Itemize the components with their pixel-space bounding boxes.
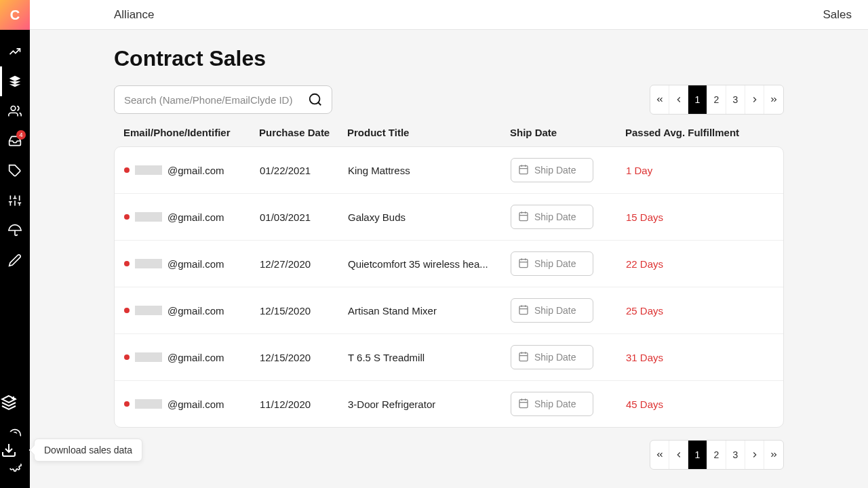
identifier-cell: @gmail.com — [124, 352, 260, 363]
sliders-icon[interactable] — [0, 186, 30, 216]
first-page-button[interactable] — [650, 85, 669, 114]
ship-date-placeholder: Ship Date — [534, 211, 576, 222]
umbrella-icon[interactable] — [0, 216, 30, 245]
pagination-top: 123 — [650, 85, 784, 115]
section-name: Sales — [823, 8, 852, 22]
page-2[interactable]: 2 — [707, 85, 726, 114]
product-title-cell: T 6.5 S Treadmill — [348, 352, 511, 363]
status-dot — [124, 354, 130, 360]
product-title-cell: Artisan Stand Mixer — [348, 305, 511, 317]
prev-page-button[interactable] — [669, 85, 688, 114]
calendar-icon — [518, 258, 529, 270]
app-logo[interactable]: C — [0, 0, 30, 30]
col-ship-date: Ship Date — [510, 127, 625, 138]
email-suffix: @gmail.com — [167, 399, 224, 410]
edit-icon[interactable] — [0, 245, 30, 275]
svg-rect-24 — [519, 212, 528, 220]
download-fab[interactable]: Download sales data — [0, 432, 27, 468]
col-purchase-date: Purchase Date — [259, 127, 347, 138]
users-icon[interactable] — [0, 96, 30, 126]
redacted-name — [135, 212, 162, 222]
page-1[interactable]: 1 — [688, 441, 707, 469]
email-suffix: @gmail.com — [167, 305, 224, 317]
svg-rect-40 — [519, 399, 528, 407]
ship-date-placeholder: Ship Date — [534, 352, 576, 363]
table-row: @gmail.com 12/27/2020 Quietcomfort 35 wi… — [115, 241, 783, 287]
product-title-cell: 3-Door Refrigerator — [348, 399, 511, 410]
email-suffix: @gmail.com — [167, 211, 224, 223]
ship-date-placeholder: Ship Date — [534, 165, 576, 176]
ship-date-placeholder: Ship Date — [534, 399, 576, 409]
calendar-icon — [518, 398, 529, 411]
product-title-cell: King Mattress — [348, 165, 511, 176]
col-product-title: Product Title — [347, 127, 510, 138]
svg-point-1 — [11, 106, 16, 111]
purchase-date-cell: 12/15/2020 — [260, 305, 348, 317]
redacted-name — [135, 352, 162, 362]
product-title-cell: Quietcomfort 35 wireless hea... — [348, 258, 511, 270]
fulfillment-cell: 45 Days — [626, 399, 748, 410]
identifier-cell: @gmail.com — [124, 305, 260, 317]
trending-icon[interactable] — [0, 37, 30, 66]
redacted-name — [135, 259, 162, 268]
last-page-button[interactable] — [764, 441, 783, 469]
col-identifier: Email/Phone/Identifier — [123, 127, 259, 138]
ship-date-button[interactable]: Ship Date — [511, 251, 593, 276]
email-suffix: @gmail.com — [167, 165, 224, 176]
email-suffix: @gmail.com — [167, 352, 224, 363]
calendar-icon — [518, 211, 529, 224]
purchase-date-cell: 11/12/2020 — [260, 399, 348, 410]
table-row: @gmail.com 01/22/2021 King Mattress Ship… — [115, 147, 783, 194]
last-page-button[interactable] — [764, 85, 783, 114]
fulfillment-cell: 22 Days — [626, 258, 748, 270]
ship-date-button[interactable]: Ship Date — [511, 205, 593, 229]
first-page-button[interactable] — [650, 441, 669, 469]
identifier-cell: @gmail.com — [124, 399, 260, 410]
svg-line-19 — [318, 102, 321, 105]
svg-rect-20 — [519, 165, 528, 174]
svg-marker-0 — [9, 76, 21, 81]
page-3[interactable]: 3 — [726, 85, 745, 114]
page-1[interactable]: 1 — [688, 85, 707, 114]
tag-icon[interactable] — [0, 156, 30, 186]
fulfillment-cell: 15 Days — [626, 211, 748, 223]
identifier-cell: @gmail.com — [124, 165, 260, 176]
prev-page-button[interactable] — [669, 441, 688, 469]
next-page-button[interactable] — [745, 85, 764, 114]
svg-rect-28 — [519, 259, 528, 267]
topbar: Alliance Sales — [30, 0, 868, 30]
fulfillment-cell: 31 Days — [626, 352, 748, 363]
search-box — [114, 85, 332, 114]
svg-point-18 — [310, 94, 320, 104]
calendar-icon — [518, 351, 529, 364]
next-page-button[interactable] — [745, 441, 764, 469]
layers-fab[interactable] — [0, 384, 27, 421]
status-dot — [124, 308, 130, 313]
purchase-date-cell: 01/03/2021 — [260, 211, 348, 223]
ship-date-button[interactable]: Ship Date — [511, 158, 593, 182]
identifier-cell: @gmail.com — [124, 258, 260, 270]
fulfillment-cell: 1 Day — [626, 165, 748, 176]
calendar-icon — [518, 304, 529, 317]
page-title: Contract Sales — [114, 46, 868, 71]
svg-rect-32 — [519, 306, 528, 314]
redacted-name — [135, 306, 162, 315]
redacted-name — [135, 165, 162, 175]
redacted-name — [135, 399, 162, 409]
email-suffix: @gmail.com — [167, 258, 224, 270]
ship-date-placeholder: Ship Date — [534, 258, 576, 269]
ship-date-button[interactable]: Ship Date — [511, 345, 593, 369]
page-3[interactable]: 3 — [726, 441, 745, 469]
layers-icon[interactable] — [0, 66, 30, 96]
inbox-icon[interactable]: 4 — [0, 126, 30, 156]
search-input[interactable] — [124, 94, 306, 106]
page-2[interactable]: 2 — [707, 441, 726, 469]
ship-date-placeholder: Ship Date — [534, 305, 576, 316]
table-row: @gmail.com 12/15/2020 T 6.5 S Treadmill … — [115, 334, 783, 381]
identifier-cell: @gmail.com — [124, 211, 260, 223]
ship-date-button[interactable]: Ship Date — [511, 392, 593, 416]
calendar-icon — [518, 164, 529, 177]
search-button[interactable] — [306, 90, 325, 109]
ship-date-button[interactable]: Ship Date — [511, 298, 593, 323]
purchase-date-cell: 12/15/2020 — [260, 352, 348, 363]
